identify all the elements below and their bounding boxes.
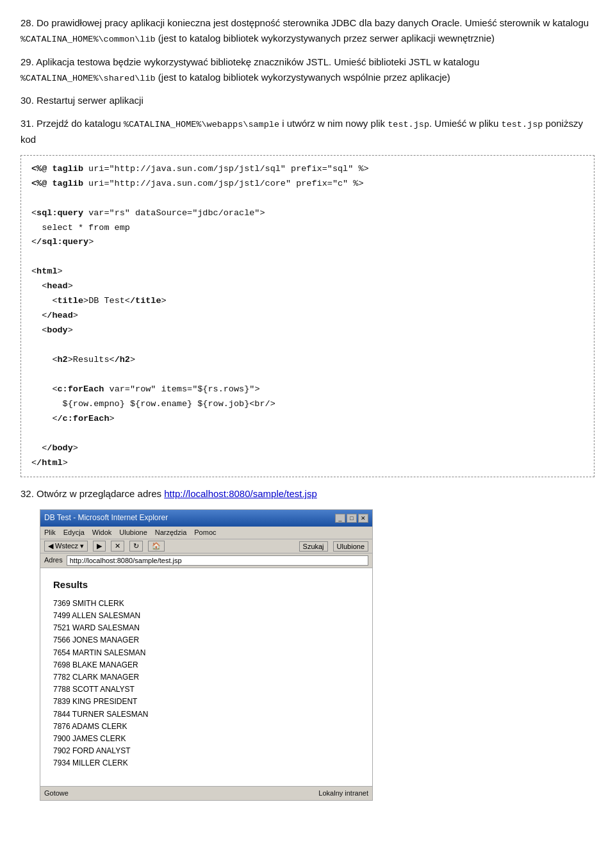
- section-28-code1: %CATALINA_HOME%\common\lib: [20, 35, 156, 44]
- ie-menu-item[interactable]: Plik: [44, 527, 56, 539]
- section-28-number: 28.: [20, 17, 34, 28]
- ie-statusbar: Gotowe Lokalny intranet: [40, 786, 372, 801]
- ie-minimize-button[interactable]: _: [335, 514, 345, 523]
- section-31-text: 31. Przejdź do katalogu %CATALINA_HOME%\…: [20, 116, 594, 147]
- ie-menu-item[interactable]: Ulubione: [119, 527, 147, 539]
- ie-address-row: Adres: [40, 553, 372, 568]
- section-28-text1: Do prawidłowej pracy aplikacji konieczna…: [37, 17, 462, 28]
- section-30-number: 30.: [20, 95, 34, 106]
- ie-result-row: 7876 ADAMS CLERK: [53, 721, 359, 733]
- section-29-text2: (jest to katalog bibliotek wykorzystywan…: [156, 72, 450, 83]
- section-31-code2: test.jsp: [388, 120, 429, 129]
- ie-address-input[interactable]: [67, 555, 368, 566]
- section-29-number: 29.: [20, 56, 34, 67]
- ie-refresh-button[interactable]: ↻: [129, 541, 143, 552]
- ie-back-button[interactable]: ◀ Wstecz ▾: [44, 541, 88, 552]
- section-28-text2: Umieść sterownik w katalogu: [465, 17, 589, 28]
- ie-address-label: Adres: [44, 555, 63, 566]
- content-block: 28. Do prawidłowej pracy aplikacji konie…: [20, 15, 594, 801]
- section-32: 32. Otwórz w przeglądarce adres http://l…: [20, 486, 594, 502]
- section-31-text3: . Umieść w pliku: [429, 118, 502, 129]
- section-28-text: 28. Do prawidłowej pracy aplikacji konie…: [20, 15, 594, 47]
- ie-result-row: 7844 TURNER SALESMAN: [53, 708, 359, 721]
- ie-stop-button[interactable]: ✕: [111, 541, 124, 552]
- ie-result-row: 7902 FORD ANALYST: [53, 745, 359, 757]
- ie-results-list: 7369 SMITH CLERK7499 ALLEN SALESMAN7521 …: [53, 598, 359, 770]
- ie-result-row: 7521 WARD SALESMAN: [53, 622, 359, 634]
- ie-title: DB Test - Microsoft Internet Explorer: [44, 512, 168, 524]
- ie-result-row: 7782 CLARK MANAGER: [53, 671, 359, 684]
- section-31-text2: i utwórz w nim nowy plik: [279, 118, 388, 129]
- ie-content: Results 7369 SMITH CLERK7499 ALLEN SALES…: [40, 568, 372, 786]
- section-31-text1: Przejdź do katalogu: [37, 118, 124, 129]
- ie-maximize-button[interactable]: □: [347, 514, 357, 523]
- ie-status-right: Lokalny intranet: [318, 788, 368, 799]
- ie-favorites-button[interactable]: Ulubione: [333, 541, 368, 552]
- section-31-code1: %CATALINA_HOME%\webapps\sample: [124, 120, 279, 129]
- ie-toolbar: ◀ Wstecz ▾ ▶ ✕ ↻ 🏠 Szukaj Ulubione: [40, 539, 372, 553]
- browser-screenshot: DB Test - Microsoft Internet Explorer _ …: [40, 509, 373, 801]
- section-30-text1: Restartuj serwer aplikacji: [37, 95, 144, 106]
- section-30-text: 30. Restartuj serwer aplikacji: [20, 93, 594, 108]
- ie-result-row: 7900 JAMES CLERK: [53, 733, 359, 745]
- ie-menu-item[interactable]: Widok: [92, 527, 112, 539]
- ie-menu-item[interactable]: Edycja: [63, 527, 85, 539]
- code-block: <%@ taglib uri="http://java.sun.com/jsp/…: [20, 155, 594, 478]
- section-32-number: 32.: [20, 488, 34, 499]
- ie-result-row: 7788 SCOTT ANALYST: [53, 684, 359, 696]
- ie-search-button[interactable]: Szukaj: [299, 541, 328, 552]
- ie-result-row: 7654 MARTIN SALESMAN: [53, 647, 359, 659]
- section-31: 31. Przejdź do katalogu %CATALINA_HOME%\…: [20, 116, 594, 147]
- section-32-link[interactable]: http://localhost:8080/sample/test.jsp: [164, 488, 316, 499]
- ie-result-row: 7499 ALLEN SALESMAN: [53, 610, 359, 622]
- section-32-text1: Otwórz w przeglądarce adres: [37, 488, 164, 499]
- ie-result-row: 7839 KING PRESIDENT: [53, 696, 359, 708]
- section-31-code3: test.jsp: [502, 120, 543, 129]
- section-28-text3: (jest to katalog bibliotek wykorzystywan…: [156, 33, 495, 44]
- ie-result-row: 7566 JONES MANAGER: [53, 634, 359, 646]
- section-28: 28. Do prawidłowej pracy aplikacji konie…: [20, 15, 594, 47]
- ie-titlebar-buttons: _ □ ✕: [335, 514, 368, 523]
- ie-status-left: Gotowe: [44, 788, 69, 799]
- ie-home-button[interactable]: 🏠: [148, 541, 165, 552]
- ie-menubar: PlikEdycjaWidokUlubioneNarzędziaPomoc: [40, 527, 372, 540]
- ie-menu-item[interactable]: Narzędzia: [155, 527, 187, 539]
- ie-result-row: 7698 BLAKE MANAGER: [53, 659, 359, 671]
- section-32-text: 32. Otwórz w przeglądarce adres http://l…: [20, 486, 594, 502]
- ie-menu-item[interactable]: Pomoc: [194, 527, 216, 539]
- section-31-number: 31.: [20, 118, 34, 129]
- section-30: 30. Restartuj serwer aplikacji: [20, 93, 594, 108]
- ie-titlebar: DB Test - Microsoft Internet Explorer _ …: [40, 510, 372, 526]
- section-29-text1: Aplikacja testowa będzie wykorzystywać b…: [36, 56, 479, 67]
- ie-result-row: 7934 MILLER CLERK: [53, 757, 359, 769]
- ie-close-button[interactable]: ✕: [358, 514, 368, 523]
- ie-results-title: Results: [53, 577, 359, 593]
- section-29-text: 29. Aplikacja testowa będzie wykorzystyw…: [20, 54, 594, 86]
- ie-forward-button[interactable]: ▶: [93, 541, 106, 552]
- section-29-code1: %CATALINA_HOME%\shared\lib: [20, 74, 156, 83]
- section-29: 29. Aplikacja testowa będzie wykorzystyw…: [20, 54, 594, 86]
- ie-result-row: 7369 SMITH CLERK: [53, 598, 359, 610]
